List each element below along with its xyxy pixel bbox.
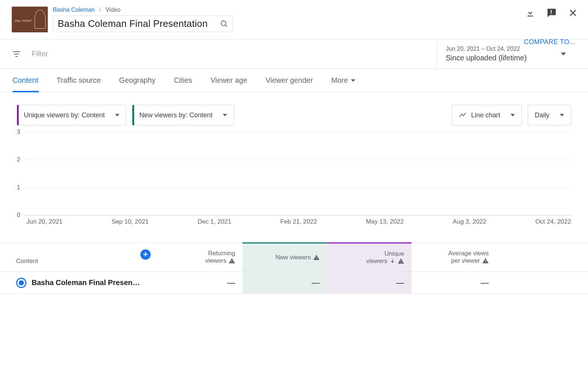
tab-cities[interactable]: Cities [174, 69, 192, 92]
chart-type-selector[interactable]: Line chart [452, 105, 522, 125]
metric-selector-2[interactable]: New viewers by: Content [132, 105, 234, 125]
search-icon [220, 20, 228, 28]
table-header-content: Content + [0, 243, 158, 271]
add-metric-button[interactable]: + [140, 249, 151, 260]
filter-icon[interactable] [12, 49, 21, 59]
breadcrumb-channel-link[interactable]: Basha Coleman [53, 7, 95, 13]
metric-color-swatch [17, 105, 19, 125]
breadcrumb: Basha Coleman / Video [53, 7, 526, 13]
page-title: Basha Coleman Final Presentation [58, 18, 216, 29]
filter-input[interactable]: Filter [32, 50, 48, 58]
svg-line-1 [225, 25, 227, 26]
tab-viewer-gender[interactable]: Viewer gender [266, 69, 313, 92]
svg-point-0 [221, 21, 226, 25]
chevron-down-icon [561, 51, 566, 57]
date-preset-text: Since uploaded (lifetime) [446, 54, 561, 62]
tab-viewer-age[interactable]: Viewer age [211, 69, 247, 92]
header-bar: Why TikTok? Basha Coleman / Video Basha … [0, 0, 588, 39]
video-thumbnail[interactable]: Why TikTok? [12, 7, 48, 32]
sort-down-icon [390, 258, 395, 264]
close-icon[interactable] [568, 8, 578, 18]
table-header-unique[interactable]: Unique viewers [327, 242, 412, 271]
chart-controls: Unique viewers by: Content New viewers b… [0, 92, 588, 132]
chevron-down-icon [223, 113, 227, 117]
chevron-down-icon [351, 78, 355, 83]
line-chart[interactable]: 0123 [24, 132, 571, 215]
warning-icon [313, 254, 320, 261]
metric-selector-1[interactable]: Unique viewers by: Content [17, 105, 126, 125]
chevron-down-icon [115, 113, 119, 117]
chevron-down-icon [560, 113, 564, 117]
table-header-avg[interactable]: Average views per viewer [412, 243, 496, 271]
line-chart-icon [459, 111, 467, 119]
tab-more[interactable]: More [331, 69, 355, 92]
filter-bar: Filter Jun 20, 2021 – Oct 24, 2022 Since… [0, 39, 588, 69]
warning-icon [482, 257, 489, 264]
compare-to-button[interactable]: COMPARE TO... [524, 38, 576, 46]
dimension-tabs: Content Traffic source Geography Cities … [0, 69, 588, 92]
top-icon-bar [526, 7, 578, 18]
table-header-new[interactable]: New viewers [243, 242, 327, 271]
breadcrumb-tail: Video [105, 7, 121, 13]
title-search-box[interactable]: Basha Coleman Final Presentation [53, 15, 233, 32]
download-icon[interactable] [526, 8, 535, 18]
tab-content[interactable]: Content [12, 69, 38, 92]
metric-color-swatch [132, 105, 134, 125]
title-area: Basha Coleman / Video Basha Coleman Fina… [53, 7, 526, 32]
chart-area: 0123 Jun 20, 2021Sep 10, 2021Dec 1, 2021… [0, 132, 588, 231]
chevron-down-icon [510, 113, 515, 117]
granularity-selector[interactable]: Daily [528, 105, 571, 125]
feedback-icon[interactable] [546, 7, 557, 18]
date-range-text: Jun 20, 2021 – Oct 24, 2022 [446, 46, 561, 52]
tab-traffic-source[interactable]: Traffic source [57, 69, 101, 92]
table-header-returning[interactable]: Returning viewers [158, 243, 243, 271]
warning-icon [398, 258, 404, 264]
warning-icon [229, 257, 235, 264]
tab-geography[interactable]: Geography [119, 69, 155, 92]
